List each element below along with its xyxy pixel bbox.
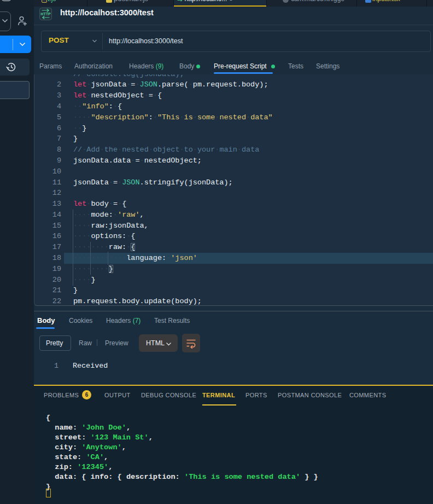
svg-text:HTTP: HTTP [40, 12, 51, 16]
